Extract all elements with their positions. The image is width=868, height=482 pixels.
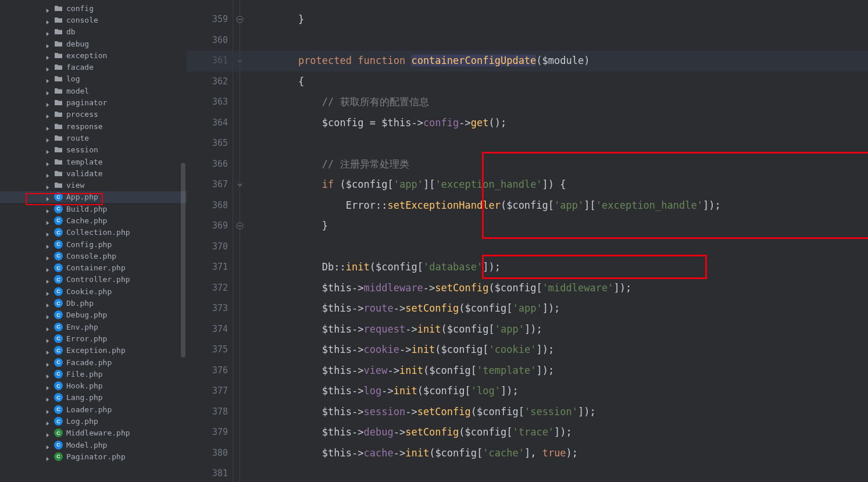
code-line-371[interactable]: Db::init($config['database']);: [251, 257, 868, 278]
expand-arrow-icon[interactable]: [45, 100, 51, 105]
tree-file-Console-php[interactable]: Console.php: [0, 250, 187, 262]
tree-folder-console[interactable]: console: [0, 14, 187, 26]
code-line-366[interactable]: // 注册异常处理类: [251, 154, 868, 175]
code-line-370[interactable]: [251, 237, 868, 258]
gutter[interactable]: 3593603613623633643653663673683693703713…: [187, 0, 233, 482]
code-line-373[interactable]: $this->route->setConfig($config['app']);: [251, 298, 868, 319]
line-number[interactable]: 363: [212, 92, 228, 113]
tree-file-Facade-php[interactable]: Facade.php: [0, 356, 187, 368]
tree-file-Model-php[interactable]: Model.php: [0, 439, 187, 451]
expand-arrow-icon[interactable]: [45, 419, 51, 424]
expand-arrow-icon[interactable]: [45, 383, 51, 388]
code-line-374[interactable]: $this->request->init($config['app']);: [251, 319, 868, 340]
expand-arrow-icon[interactable]: [45, 265, 51, 270]
fold-column[interactable]: [233, 0, 247, 482]
tree-file-Debug-php[interactable]: Debug.php: [0, 309, 187, 321]
expand-arrow-icon[interactable]: [45, 218, 51, 223]
code-line-375[interactable]: $this->cookie->init($config['cookie']);: [251, 340, 868, 360]
expand-arrow-icon[interactable]: [45, 430, 51, 435]
expand-arrow-icon[interactable]: [45, 17, 51, 23]
tree-folder-db[interactable]: db: [0, 26, 187, 38]
line-number[interactable]: 376: [212, 360, 228, 381]
tree-folder-config[interactable]: config: [0, 2, 187, 14]
line-number[interactable]: 377: [212, 381, 228, 402]
line-number[interactable]: 370: [212, 237, 228, 258]
expand-arrow-icon[interactable]: [45, 76, 51, 81]
line-number[interactable]: 368: [212, 195, 228, 216]
tree-folder-response[interactable]: response: [0, 120, 187, 132]
expand-arrow-icon[interactable]: [45, 301, 51, 306]
code-line-376[interactable]: $this->view->init($config['template']);: [251, 360, 868, 381]
tree-file-Paginator-php[interactable]: Paginator.php: [0, 451, 187, 462]
expand-arrow-icon[interactable]: [45, 112, 51, 117]
expand-arrow-icon[interactable]: [45, 289, 51, 294]
line-number[interactable]: 366: [212, 154, 228, 175]
expand-arrow-icon[interactable]: [45, 277, 51, 282]
line-number[interactable]: 378: [212, 402, 228, 423]
expand-arrow-icon[interactable]: [45, 312, 51, 317]
tree-file-Lang-php[interactable]: Lang.php: [0, 392, 187, 404]
line-number[interactable]: 364: [212, 113, 228, 134]
expand-arrow-icon[interactable]: [45, 206, 51, 212]
expand-arrow-icon[interactable]: [45, 407, 51, 412]
code-line-362[interactable]: {: [251, 72, 868, 92]
tree-file-Hook-php[interactable]: Hook.php: [0, 380, 187, 392]
code-area[interactable]: } protected function containerConfigUpda…: [251, 9, 868, 482]
tree-file-Collection-php[interactable]: Collection.php: [0, 227, 187, 238]
tree-file-Loader-php[interactable]: Loader.php: [0, 404, 187, 415]
tree-folder-template[interactable]: template: [0, 156, 187, 167]
tree-scrollbar-thumb[interactable]: [181, 163, 185, 358]
line-number[interactable]: 359: [212, 9, 228, 30]
tree-folder-validate[interactable]: validate: [0, 167, 187, 179]
line-number[interactable]: 379: [212, 422, 228, 443]
expand-arrow-icon[interactable]: [45, 41, 51, 47]
code-line-380[interactable]: $this->cache->init($config['cache'], tru…: [251, 443, 868, 464]
tree-file-Error-php[interactable]: Error.php: [0, 333, 187, 344]
expand-arrow-icon[interactable]: [45, 194, 51, 199]
code-editor[interactable]: 3593603613623633643653663673683693703713…: [187, 0, 868, 482]
code-line-360[interactable]: [251, 30, 868, 51]
tree-file-Container-php[interactable]: Container.php: [0, 262, 187, 274]
tree-file-Middleware-php[interactable]: Middleware.php: [0, 427, 187, 439]
tree-folder-model[interactable]: model: [0, 85, 187, 97]
fold-marker[interactable]: [235, 222, 244, 230]
code-line-369[interactable]: }: [251, 216, 868, 237]
line-number[interactable]: 371: [212, 257, 228, 278]
fold-marker[interactable]: [235, 180, 244, 189]
line-number[interactable]: 360: [212, 30, 228, 51]
tree-file-Cache-php[interactable]: Cache.php: [0, 215, 187, 226]
code-line-365[interactable]: [251, 133, 868, 154]
expand-arrow-icon[interactable]: [45, 395, 51, 400]
code-line-364[interactable]: $config = $this->config->get();: [251, 113, 868, 134]
tree-folder-view[interactable]: view: [0, 179, 187, 191]
expand-arrow-icon[interactable]: [45, 6, 51, 11]
code-line-378[interactable]: $this->session->setConfig($config['sessi…: [251, 402, 868, 423]
code-line-377[interactable]: $this->log->init($config['log']);: [251, 381, 868, 402]
code-line-361[interactable]: protected function containerConfigUpdate…: [187, 51, 868, 72]
tree-file-File-php[interactable]: File.php: [0, 368, 187, 380]
tree-folder-process[interactable]: process: [0, 109, 187, 120]
line-number[interactable]: 381: [212, 463, 228, 482]
tree-file-App-php[interactable]: App.php: [0, 191, 187, 203]
code-line-363[interactable]: // 获取所有的配置信息: [251, 92, 868, 113]
expand-arrow-icon[interactable]: [45, 442, 51, 448]
expand-arrow-icon[interactable]: [45, 360, 51, 365]
expand-arrow-icon[interactable]: [45, 372, 51, 377]
line-number[interactable]: 362: [212, 72, 228, 92]
expand-arrow-icon[interactable]: [45, 88, 51, 94]
line-number[interactable]: 367: [212, 174, 228, 195]
code-line-359[interactable]: }: [251, 9, 868, 30]
expand-arrow-icon[interactable]: [45, 171, 51, 176]
code-line-381[interactable]: [251, 463, 868, 482]
expand-arrow-icon[interactable]: [45, 336, 51, 341]
expand-arrow-icon[interactable]: [45, 242, 51, 247]
code-line-367[interactable]: if ($config['app']['exception_handle']) …: [251, 174, 868, 195]
code-line-379[interactable]: $this->debug->setConfig($config['trace']…: [251, 422, 868, 443]
tree-folder-facade[interactable]: facade: [0, 61, 187, 73]
line-number[interactable]: 369: [212, 216, 228, 237]
expand-arrow-icon[interactable]: [45, 324, 51, 330]
tree-folder-debug[interactable]: debug: [0, 38, 187, 49]
expand-arrow-icon[interactable]: [45, 147, 51, 152]
line-number[interactable]: 373: [212, 298, 228, 319]
tree-file-Config-php[interactable]: Config.php: [0, 238, 187, 250]
